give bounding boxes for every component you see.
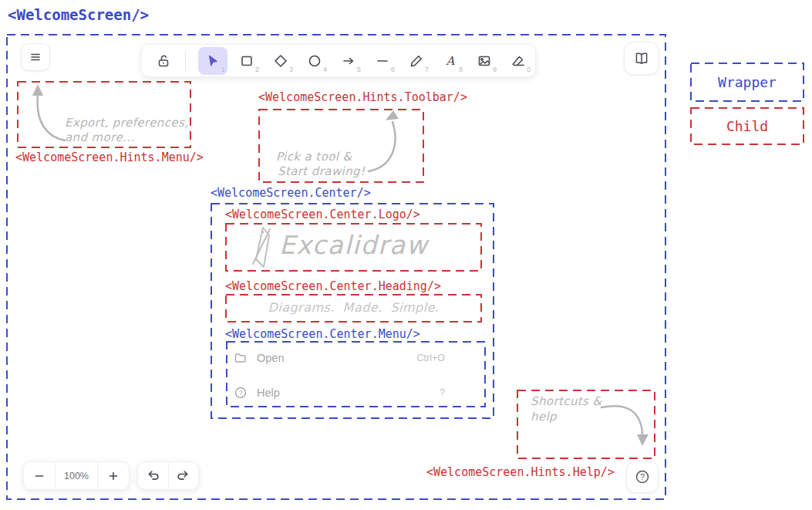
menu-item-shortcut: ? <box>440 387 445 398</box>
undo-button[interactable] <box>138 462 168 489</box>
tool-diamond[interactable]: 3 <box>266 47 295 75</box>
zoom-level[interactable]: 100% <box>56 462 97 489</box>
arrow-icon <box>341 53 356 69</box>
redo-icon <box>176 468 190 483</box>
rectangle-icon <box>239 53 254 69</box>
tool-shortcut: 4 <box>323 66 327 73</box>
hamburger-icon <box>28 49 43 65</box>
undo-icon <box>146 468 160 483</box>
zoom-island: 100% <box>23 461 130 490</box>
menu-item-shortcut: Ctrl+O <box>417 353 445 363</box>
tool-text[interactable]: A8 <box>436 47 465 75</box>
center-menu-item-open[interactable]: OpenCtrl+O <box>234 347 445 369</box>
toolbar-hint-line2: Start drawing! <box>278 164 365 179</box>
center-heading-label: <WelcomeScreen.Center.Heading/> <box>225 280 441 293</box>
center-logo-label: <WelcomeScreen.Center.Logo/> <box>225 208 420 221</box>
zoom-out-button[interactable] <box>24 462 55 489</box>
excalidraw-logo-text: Excalidraw <box>279 230 428 260</box>
menu-hint-line1: Export, preferences, <box>65 116 188 130</box>
hints-toolbar-label: <WelcomeScreen.Hints.Toolbar/> <box>258 91 467 104</box>
tool-arrow[interactable]: 5 <box>334 47 363 75</box>
image-icon <box>477 53 492 69</box>
zoom-in-button[interactable] <box>98 462 129 489</box>
hints-menu-label: <WelcomeScreen.Hints.Menu/> <box>15 151 204 164</box>
toolbar-island: 1234567A890 <box>141 44 536 77</box>
open-book-icon <box>633 50 650 67</box>
library-button[interactable] <box>624 42 659 75</box>
tool-shortcut: 5 <box>357 66 361 73</box>
ellipse-icon <box>307 53 322 69</box>
legend-wrapper-label: Wrapper <box>718 74 777 90</box>
tool-shortcut: 2 <box>255 66 259 73</box>
text-icon: A <box>443 53 458 69</box>
legend-child-label: Child <box>726 118 768 134</box>
help-hint-arrow <box>596 398 652 454</box>
tool-line[interactable]: 6 <box>368 47 397 75</box>
eraser-icon <box>510 53 526 69</box>
selection-icon <box>205 53 221 69</box>
svg-text:?: ? <box>640 473 645 481</box>
tool-image[interactable]: 9 <box>470 47 499 75</box>
question-circle-icon: ? <box>634 468 651 485</box>
center-label: <WelcomeScreen.Center/> <box>211 187 371 200</box>
help-button[interactable]: ? <box>626 461 659 493</box>
minus-icon <box>32 469 46 483</box>
toolbar-tools: 1234567A890 <box>198 47 533 75</box>
tool-shortcut: 1 <box>221 66 225 73</box>
legend-child-box: Child <box>690 107 804 145</box>
legend-wrapper-box: Wrapper <box>690 62 804 102</box>
tool-shortcut: 9 <box>493 66 497 73</box>
tool-shortcut: 3 <box>289 66 293 73</box>
center-heading-text: Diagrams. Made. Simple. <box>225 300 482 315</box>
svg-text:?: ? <box>239 389 243 397</box>
tool-selection[interactable]: 1 <box>198 47 227 75</box>
folder-icon <box>234 351 248 365</box>
tool-shortcut: 0 <box>527 66 531 73</box>
hints-help-label: <WelcomeScreen.Hints.Help/> <box>426 466 615 479</box>
excalidraw-logo-icon <box>251 225 274 270</box>
tool-shortcut: 6 <box>391 66 395 73</box>
unlocked-padlock-icon <box>156 53 171 69</box>
tool-eraser[interactable]: 0 <box>504 47 533 75</box>
tool-rectangle[interactable]: 2 <box>232 47 261 75</box>
diamond-icon <box>273 53 288 69</box>
menu-hint-line2: and more... <box>65 130 135 145</box>
tool-shortcut: 7 <box>425 66 429 73</box>
menu-hint-arrow <box>28 83 68 145</box>
tool-draw[interactable]: 7 <box>402 47 431 75</box>
pencil-icon <box>409 53 424 69</box>
tool-ellipse[interactable]: 4 <box>300 47 329 75</box>
help-hint-line2: help <box>531 410 557 424</box>
center-menu: OpenCtrl+O?Help? <box>234 347 445 404</box>
svg-text:A: A <box>446 54 456 68</box>
tool-shortcut: 8 <box>459 66 463 73</box>
toolbar-hint-arrow <box>361 110 407 177</box>
undo-redo-island <box>137 461 199 490</box>
lock-tool-button[interactable] <box>150 47 177 75</box>
menu-item-label: Open <box>257 352 284 364</box>
help-hint-line1: Shortcuts & <box>531 394 602 409</box>
center-menu-item-help[interactable]: ?Help? <box>234 382 445 404</box>
menu-item-label: Help <box>257 387 280 399</box>
plus-icon <box>106 469 120 483</box>
toolbar-divider <box>185 52 186 70</box>
line-icon <box>375 53 390 69</box>
help-circle-icon: ? <box>234 386 248 400</box>
welcomescreen-root-label: <WelcomeScreen/> <box>8 6 149 23</box>
main-menu-button[interactable] <box>21 43 50 71</box>
toolbar-hint-line1: Pick a tool & <box>276 150 352 164</box>
center-menu-label: <WelcomeScreen.Center.Menu/> <box>225 328 420 341</box>
redo-button[interactable] <box>169 462 199 489</box>
